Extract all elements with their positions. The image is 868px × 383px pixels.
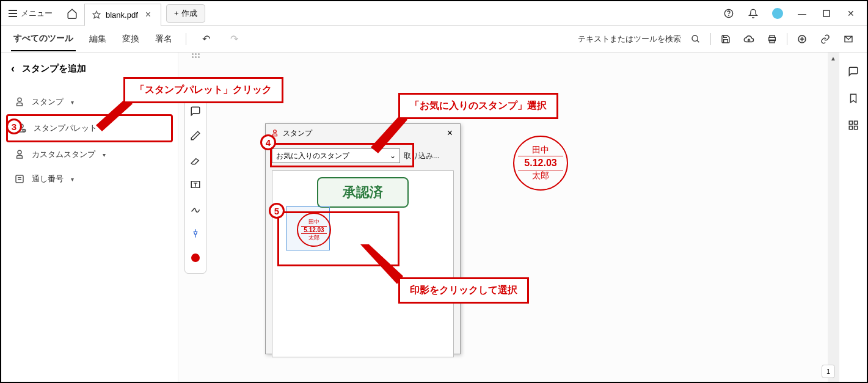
dialog-title: スタンプ <box>283 128 312 139</box>
callout-2: 「お気に入りのスタンプ」選択 <box>398 93 558 119</box>
scroll-up[interactable]: ▲ <box>830 55 836 62</box>
custom-stamp-icon <box>13 148 26 161</box>
search-button[interactable] <box>687 31 704 48</box>
svg-point-11 <box>18 98 21 101</box>
tab-sign[interactable]: 署名 <box>153 27 175 51</box>
print-icon <box>767 34 777 44</box>
link-button[interactable] <box>817 31 834 48</box>
main-toolbar: すべてのツール 編集 変換 署名 ↶ ↷ テキストまたはツールを検索 <box>1 26 867 53</box>
chevron-down-icon: ▾ <box>103 151 106 158</box>
svg-marker-0 <box>93 11 100 18</box>
rail-grid-button[interactable] <box>847 119 860 132</box>
panel-item-custom-stamp[interactable]: カスタムスタンプ ▾ <box>6 142 173 167</box>
home-icon <box>67 8 78 19</box>
tab-edit[interactable]: 編集 <box>87 27 109 51</box>
svg-line-5 <box>697 40 699 42</box>
ai-button[interactable] <box>793 31 811 48</box>
hanko-stamp-item[interactable]: 田中 5.12.03 太郎 <box>297 213 331 247</box>
save-button[interactable] <box>717 31 734 48</box>
eraser-tool[interactable] <box>189 153 202 167</box>
pencil-tool[interactable] <box>189 129 202 142</box>
step-number-5: 5 <box>269 203 285 219</box>
stamp-icon <box>13 96 26 108</box>
item-label: 通し番号 <box>32 173 64 184</box>
maximize-button[interactable] <box>815 2 837 24</box>
sign-tool[interactable] <box>189 202 202 216</box>
rail-comment-button[interactable] <box>847 65 860 78</box>
chevron-down-icon: ▾ <box>71 99 74 106</box>
bell-icon <box>748 9 758 18</box>
svg-marker-26 <box>360 244 403 284</box>
rail-bookmark-button[interactable] <box>847 92 860 105</box>
callout-1: 「スタンプパレット」クリック <box>123 77 283 103</box>
callout-3: 印影をクリックして選択 <box>398 277 529 304</box>
back-button[interactable]: ‹ <box>11 62 15 75</box>
notification-button[interactable] <box>742 2 764 24</box>
mail-button[interactable] <box>840 31 857 48</box>
svg-rect-19 <box>849 121 852 124</box>
dialog-close-button[interactable]: × <box>445 128 455 139</box>
svg-rect-3 <box>823 10 830 16</box>
hamburger-icon <box>9 10 17 17</box>
panel-item-serial-number[interactable]: 通し番号 ▾ <box>6 167 173 191</box>
text-tool[interactable] <box>189 178 202 191</box>
help-icon <box>724 9 734 18</box>
hanko-top: 田中 <box>308 218 319 226</box>
svg-point-23 <box>274 130 277 133</box>
cloud-icon <box>743 34 754 45</box>
item-label: スタンプパレット <box>34 123 97 134</box>
minimize-button[interactable]: — <box>791 2 813 24</box>
step-number-4: 4 <box>260 134 276 150</box>
callout-arrow-2 <box>371 114 407 156</box>
item-label: スタンプ <box>32 97 64 108</box>
cloud-button[interactable] <box>740 31 757 48</box>
search-label: テキストまたはツールを検索 <box>578 34 681 45</box>
home-button[interactable] <box>60 1 84 26</box>
hanko-bottom: 太郎 <box>532 170 549 181</box>
approved-stamp-item[interactable]: 承認済 <box>317 177 409 208</box>
create-label: 作成 <box>181 8 197 19</box>
serial-icon <box>13 173 26 185</box>
create-button[interactable]: + 作成 <box>166 4 205 23</box>
star-icon <box>92 10 101 19</box>
svg-point-14 <box>18 150 21 154</box>
maximize-icon <box>823 10 830 17</box>
save-icon <box>721 34 731 44</box>
vertical-scrollbar[interactable]: ▲ ▼ <box>828 53 839 382</box>
hanko-date: 5.12.03 <box>301 226 326 234</box>
color-tool[interactable] <box>189 251 202 264</box>
right-rail <box>839 53 867 382</box>
tab-convert[interactable]: 変換 <box>120 27 142 51</box>
select-value: お気に入りのスタンプ <box>276 151 349 161</box>
help-button[interactable] <box>718 2 740 24</box>
hanko-bottom: 太郎 <box>308 234 319 242</box>
step-number-3: 3 <box>6 119 22 134</box>
tab-all-tools[interactable]: すべてのツール <box>11 27 76 51</box>
callout-arrow-3 <box>360 244 403 284</box>
search-icon <box>691 34 701 44</box>
toolbar-grip[interactable] <box>187 53 204 59</box>
print-button[interactable] <box>764 31 781 48</box>
vertical-toolbar <box>184 95 206 274</box>
plus-icon: + <box>174 9 179 18</box>
placed-hanko-stamp[interactable]: 田中 5.12.03 太郎 <box>513 136 568 191</box>
import-button[interactable]: 取り込み... <box>404 151 439 161</box>
comment-tool[interactable] <box>189 104 202 118</box>
close-window-button[interactable]: ✕ <box>840 2 862 24</box>
document-tab[interactable]: blank.pdf × <box>84 4 161 26</box>
menu-label: メニュー <box>21 8 53 19</box>
avatar-icon <box>772 8 783 19</box>
tab-close-button[interactable]: × <box>143 9 153 20</box>
account-avatar[interactable] <box>767 2 789 24</box>
svg-point-4 <box>692 35 698 41</box>
panel-item-stamp-palette[interactable]: スタンプパレット <box>6 114 173 142</box>
chevron-down-icon: ▾ <box>71 176 74 183</box>
undo-button[interactable]: ↶ <box>197 31 214 48</box>
pin-tool[interactable] <box>189 227 202 240</box>
svg-rect-22 <box>854 126 857 129</box>
menu-button[interactable]: メニュー <box>1 1 60 25</box>
hanko-date: 5.12.03 <box>518 156 563 170</box>
redo-button[interactable]: ↷ <box>225 31 243 48</box>
stamp-palette-dialog: スタンプ × お気に入りのスタンプ ⌄ 取り込み... 承認済 田中 5.12.… <box>265 123 461 354</box>
page-number-badge[interactable]: 1 <box>822 365 835 378</box>
